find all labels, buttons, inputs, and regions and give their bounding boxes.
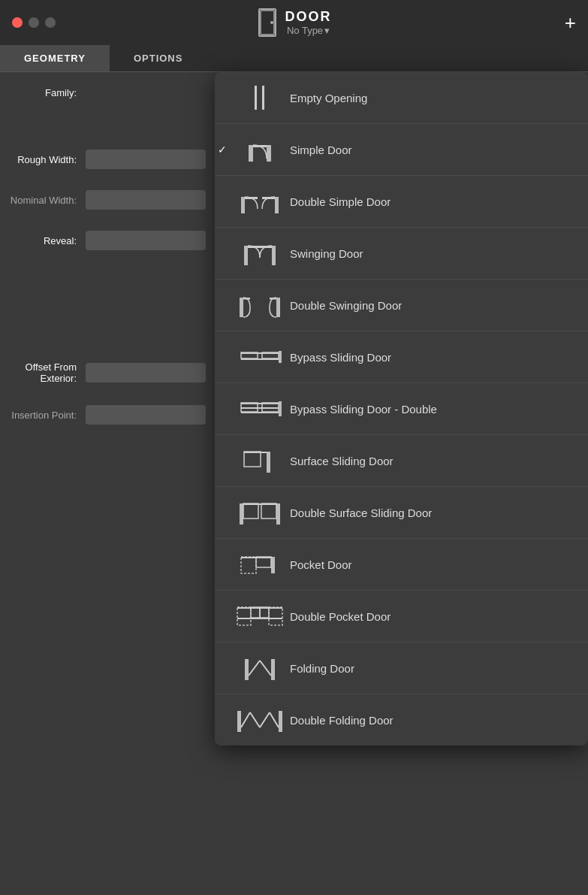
svg-rect-54	[237, 711, 241, 732]
reveal-input[interactable]	[86, 231, 206, 250]
family-label: Family:	[0, 87, 86, 98]
svg-line-59	[270, 712, 279, 727]
bypass-sliding-door-double-icon	[230, 394, 290, 424]
list-item[interactable]: Double Simple Door	[215, 176, 588, 228]
surface-sliding-door-icon	[230, 446, 290, 476]
svg-rect-13	[272, 246, 276, 265]
svg-rect-53	[245, 659, 249, 680]
bypass-sliding-door-label: Bypass Sliding Door	[290, 351, 391, 364]
svg-rect-33	[244, 452, 261, 467]
app-subtitle: No Type ▾	[287, 25, 330, 36]
double-swinging-door-icon	[230, 290, 290, 320]
svg-rect-7	[253, 145, 267, 147]
close-button[interactable]	[12, 17, 23, 28]
double-surface-sliding-door-label: Double Surface Sliding Door	[290, 506, 432, 519]
title-text: DOOR No Type ▾	[285, 9, 332, 36]
pocket-door-icon	[230, 549, 290, 579]
list-item[interactable]: Pocket Door	[215, 539, 588, 591]
svg-point-2	[270, 21, 273, 24]
svg-rect-4	[262, 86, 264, 110]
bypass-sliding-door-double-label: Bypass Sliding Door - Double	[290, 403, 437, 416]
double-swinging-door-label: Double Swinging Door	[290, 299, 402, 312]
double-simple-door-label: Double Simple Door	[290, 195, 390, 208]
titlebar: DOOR No Type ▾ +	[0, 0, 588, 45]
rough-width-row: Rough Width:	[0, 150, 218, 169]
folding-door-label: Folding Door	[290, 662, 354, 675]
list-item[interactable]: Double Surface Sliding Door	[215, 487, 588, 539]
titlebar-center: DOOR No Type ▾	[257, 9, 332, 36]
door-type-dropdown: Empty Opening ✓ Simple Door	[215, 72, 588, 745]
offset-label: Offset From Exterior:	[0, 361, 86, 384]
svg-rect-39	[261, 503, 276, 519]
offset-input[interactable]	[86, 363, 206, 382]
svg-line-56	[241, 712, 250, 727]
nominal-width-label: Nominal Width:	[0, 195, 86, 206]
svg-rect-30	[279, 401, 282, 416]
svg-rect-17	[276, 298, 280, 317]
minimize-button[interactable]	[29, 17, 39, 28]
svg-rect-19	[270, 298, 276, 300]
geometry-panel: Family: Rough Width: Nominal Width: Reve…	[0, 72, 218, 891]
simple-door-icon	[230, 135, 290, 165]
reveal-row: Reveal:	[0, 231, 218, 250]
svg-line-57	[250, 712, 260, 727]
door-icon	[257, 9, 278, 36]
svg-line-58	[260, 712, 270, 727]
traffic-lights	[12, 17, 56, 28]
surface-sliding-door-label: Surface Sliding Door	[290, 455, 394, 467]
svg-rect-8	[241, 197, 245, 213]
svg-rect-6	[267, 145, 271, 162]
add-button[interactable]: +	[565, 13, 576, 32]
rough-width-input[interactable]	[86, 150, 206, 169]
folding-door-icon	[230, 653, 290, 683]
family-row: Family:	[0, 87, 218, 98]
svg-rect-5	[249, 145, 253, 162]
svg-rect-44	[237, 607, 251, 625]
svg-line-52	[260, 661, 271, 676]
swinging-door-label: Swinging Door	[290, 247, 363, 260]
list-item[interactable]: Surface Sliding Door	[215, 435, 588, 487]
nominal-width-input[interactable]	[86, 190, 206, 210]
list-item[interactable]: Empty Opening	[215, 72, 588, 124]
selected-checkmark: ✓	[218, 144, 227, 156]
double-folding-door-icon	[230, 705, 290, 735]
list-item[interactable]: Bypass Sliding Door	[215, 331, 588, 383]
list-item[interactable]: Double Pocket Door	[215, 591, 588, 643]
svg-rect-15	[260, 246, 272, 248]
svg-rect-18	[243, 298, 250, 300]
bypass-sliding-door-icon	[230, 342, 290, 372]
reveal-label: Reveal:	[0, 235, 86, 246]
main-area: Family: Rough Width: Nominal Width: Reve…	[0, 72, 588, 891]
double-folding-door-label: Double Folding Door	[290, 714, 394, 727]
double-surface-sliding-door-icon	[230, 497, 290, 528]
svg-rect-12	[244, 246, 248, 265]
double-pocket-door-icon	[230, 601, 290, 631]
svg-rect-40	[241, 557, 256, 573]
app-title: DOOR	[285, 9, 332, 25]
svg-rect-10	[245, 197, 258, 199]
maximize-button[interactable]	[45, 17, 56, 28]
tab-options[interactable]: OPTIONS	[110, 45, 207, 71]
empty-opening-label: Empty Opening	[290, 92, 367, 104]
tabs-bar: GEOMETRY OPTIONS	[0, 45, 588, 72]
insertion-point-input[interactable]	[86, 405, 206, 425]
list-item[interactable]: Swinging Door	[215, 228, 588, 280]
list-item[interactable]: Bypass Sliding Door - Double	[215, 383, 588, 435]
pocket-door-label: Pocket Door	[290, 558, 352, 571]
svg-rect-55	[279, 711, 282, 732]
svg-rect-26	[241, 407, 279, 409]
list-item[interactable]: Double Folding Door	[215, 694, 588, 745]
list-item[interactable]: ✓ Simple Door	[215, 124, 588, 176]
list-item[interactable]: Double Swinging Door	[215, 280, 588, 331]
svg-rect-48	[251, 607, 260, 618]
double-pocket-door-label: Double Pocket Door	[290, 610, 390, 623]
svg-rect-3	[255, 86, 257, 110]
svg-rect-14	[248, 246, 260, 248]
insertion-point-row: Insertion Point:	[0, 405, 218, 425]
list-item[interactable]: Folding Door	[215, 643, 588, 694]
svg-rect-11	[262, 197, 275, 199]
tab-geometry[interactable]: GEOMETRY	[0, 45, 110, 71]
empty-opening-icon	[230, 83, 290, 113]
rough-width-label: Rough Width:	[0, 154, 86, 165]
svg-rect-43	[256, 557, 271, 567]
